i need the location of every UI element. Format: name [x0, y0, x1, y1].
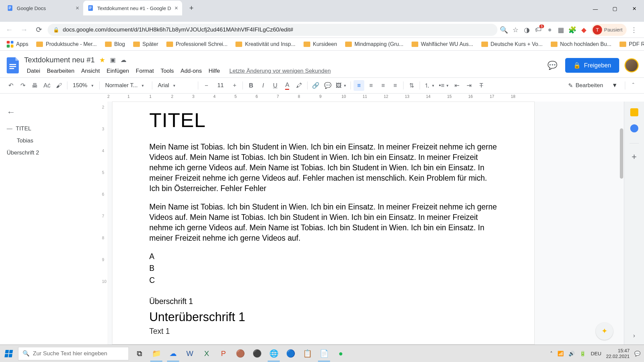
collapse-toolbar-button[interactable]: ˆ: [628, 80, 639, 91]
italic-button[interactable]: I: [258, 80, 268, 91]
taskbar-explorer[interactable]: 📁: [148, 346, 164, 362]
print-button[interactable]: 🖶: [30, 80, 40, 91]
insert-image-button[interactable]: 🖼▼: [334, 80, 348, 91]
taskbar-app-2[interactable]: 🟤: [232, 346, 248, 362]
outline-item-titel[interactable]: —TITEL: [7, 123, 94, 135]
menu-format[interactable]: Format: [133, 66, 157, 76]
profile-button[interactable]: T Pausiert: [591, 24, 627, 36]
tray-notifications-icon[interactable]: 💬: [634, 351, 641, 357]
taskbar-chrome[interactable]: 🌐: [266, 346, 282, 362]
increase-indent-button[interactable]: ⇥: [464, 80, 475, 91]
font-dropdown[interactable]: Arial▼: [155, 80, 195, 91]
taskbar-app-1[interactable]: ☁: [165, 346, 181, 362]
highlight-color-button[interactable]: 🖍: [294, 80, 305, 91]
tray-clock[interactable]: 15:47 22.02.2021: [606, 348, 630, 359]
close-window-icon[interactable]: ✕: [625, 2, 644, 15]
taskbar-app-3[interactable]: 📋: [299, 346, 315, 362]
taskbar-obs[interactable]: ⚫: [249, 346, 265, 362]
bookmark-item[interactable]: Kursideen: [301, 40, 340, 49]
zoom-dropdown[interactable]: 150%▼: [70, 80, 97, 91]
bookmark-item[interactable]: Professionell Schrei...: [164, 40, 230, 49]
taskbar-excel[interactable]: X: [199, 346, 215, 362]
share-button[interactable]: 🔒 Freigeben: [565, 58, 619, 73]
bookmark-item[interactable]: Noch hochladen Bu...: [548, 40, 614, 49]
align-center-button[interactable]: ≡: [366, 80, 376, 91]
tray-volume-icon[interactable]: 🔊: [569, 351, 575, 357]
tray-wifi-icon[interactable]: 📶: [557, 351, 564, 357]
align-justify-button[interactable]: ≡: [390, 80, 400, 91]
tasks-icon[interactable]: [630, 124, 638, 132]
taskbar-notepad[interactable]: 📄: [316, 346, 332, 362]
outline-item-tobias[interactable]: Tobias: [7, 135, 94, 147]
extension-icon-1[interactable]: ◑: [523, 26, 531, 34]
editing-mode-dropdown[interactable]: ✎ Bearbeiten ▼: [564, 79, 622, 92]
move-document-icon[interactable]: ▣: [110, 56, 116, 64]
font-size-input[interactable]: 11: [213, 80, 228, 91]
decrease-font-button[interactable]: −: [201, 80, 212, 91]
outline-item-uberschrift2[interactable]: Überschrift 2: [7, 147, 94, 159]
maximize-window-icon[interactable]: ▢: [605, 2, 625, 15]
paint-format-button[interactable]: 🖌: [54, 80, 64, 91]
menu-hilfe[interactable]: Hilfe: [206, 66, 223, 76]
last-change-link[interactable]: Letzte Änderung vor wenigen Sekunden: [227, 66, 333, 76]
new-tab-button[interactable]: +: [185, 2, 198, 14]
taskbar-powerpoint[interactable]: P: [215, 346, 231, 362]
docs-home-icon[interactable]: [5, 55, 21, 75]
extensions-menu-icon[interactable]: 🧩: [569, 26, 577, 34]
spellcheck-button[interactable]: Ać: [42, 80, 52, 91]
menu-tools[interactable]: Tools: [158, 66, 177, 76]
paragraph-style-dropdown[interactable]: Normaler T...▼: [102, 80, 149, 91]
bold-button[interactable]: B: [246, 80, 256, 91]
line-spacing-button[interactable]: ⇅: [406, 80, 417, 91]
extension-icon-4[interactable]: ▦: [557, 26, 565, 34]
decrease-indent-button[interactable]: ⇤: [452, 80, 463, 91]
taskbar-spotify[interactable]: ●: [333, 346, 349, 362]
browser-tab-1[interactable]: Textdokument neu #1 - Google D ×: [83, 1, 182, 15]
bulleted-list-button[interactable]: •≡▼: [437, 80, 450, 91]
extension-icon-3[interactable]: ●: [546, 26, 554, 34]
taskbar-search[interactable]: 🔍 Zur Suche Text hier eingeben: [18, 347, 129, 360]
bookmark-item[interactable]: Wahlfächer WU Aus...: [409, 40, 476, 49]
add-addon-button[interactable]: +: [632, 152, 637, 162]
taskbar-word[interactable]: W: [182, 346, 198, 362]
tray-chevron-icon[interactable]: ˄: [550, 351, 553, 357]
bookmark-item[interactable]: Mindmapping (Gru...: [342, 40, 406, 49]
undo-button[interactable]: ↶: [5, 80, 16, 91]
cloud-status-icon[interactable]: ☁: [120, 56, 126, 64]
bookmark-item[interactable]: PDF Report: [617, 40, 644, 49]
menu-einfügen[interactable]: Einfügen: [104, 66, 132, 76]
document-page[interactable]: TITEL Mein Name ist Tobias. Ich bin Stud…: [112, 102, 535, 345]
browser-menu-icon[interactable]: ⋮: [630, 26, 638, 34]
insert-link-button[interactable]: 🔗: [310, 80, 321, 91]
bookmark-item[interactable]: Blog: [102, 40, 128, 49]
align-left-button[interactable]: ≡: [354, 80, 364, 91]
reload-button[interactable]: ⟳: [33, 24, 45, 36]
document-canvas[interactable]: 2345678910 TITEL Mein Name ist Tobias. I…: [101, 102, 624, 345]
underline-button[interactable]: U: [270, 80, 280, 91]
menu-ansicht[interactable]: Ansicht: [78, 66, 103, 76]
redo-button[interactable]: ↷: [17, 80, 28, 91]
menu-datei[interactable]: Datei: [24, 66, 43, 76]
menu-add-ons[interactable]: Add-ons: [178, 66, 204, 76]
tray-battery-icon[interactable]: 🔋: [580, 351, 586, 357]
hide-side-panel-button[interactable]: ›: [633, 332, 635, 339]
forward-button[interactable]: →: [18, 24, 30, 36]
address-bar[interactable]: 🔒 docs.google.com/document/d/1hUH8k6h7Lb…: [48, 24, 497, 36]
minimize-window-icon[interactable]: —: [586, 2, 605, 15]
insert-comment-button[interactable]: 💬: [322, 80, 333, 91]
bookmark-item[interactable]: Kreativität und Insp...: [233, 40, 298, 49]
extension-icon-2[interactable]: 🏷6: [534, 26, 542, 34]
bookmark-item[interactable]: Später: [130, 40, 161, 49]
start-button[interactable]: [0, 345, 17, 362]
close-tab-icon[interactable]: ×: [75, 5, 79, 12]
scrollbar-thumb[interactable]: [620, 128, 623, 179]
menu-bearbeiten[interactable]: Bearbeiten: [44, 66, 77, 76]
taskbar-edge[interactable]: 🔵: [282, 346, 299, 362]
comments-button[interactable]: 💬: [545, 58, 560, 73]
increase-font-button[interactable]: +: [229, 80, 240, 91]
numbered-list-button[interactable]: ⒈▼: [423, 80, 436, 91]
align-right-button[interactable]: ≡: [378, 80, 388, 91]
task-view-button[interactable]: ⧉: [131, 346, 148, 362]
bookmark-item[interactable]: Produktsuche - Mer...: [34, 40, 99, 49]
tray-language[interactable]: DEU: [591, 351, 601, 356]
